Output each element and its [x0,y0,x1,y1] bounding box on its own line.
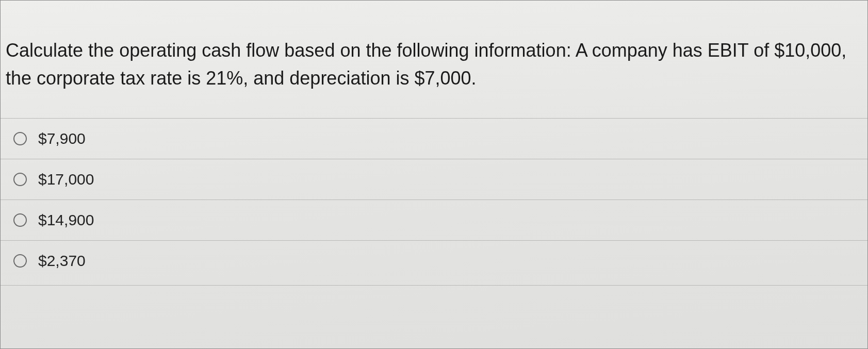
option-4[interactable]: $2,370 [1,240,867,286]
option-label: $2,370 [38,252,86,270]
quiz-container: Calculate the operating cash flow based … [0,0,868,349]
radio-icon [13,173,27,186]
option-label: $7,900 [38,130,86,147]
question-text: Calculate the operating cash flow based … [1,1,867,118]
options-list: $7,900 $17,000 $14,900 $2,370 [1,118,867,286]
option-3[interactable]: $14,900 [1,200,867,240]
option-2[interactable]: $17,000 [1,159,867,200]
radio-icon [13,132,27,145]
option-1[interactable]: $7,900 [1,118,867,159]
option-label: $14,900 [38,211,94,229]
radio-icon [13,213,27,227]
radio-icon [13,254,27,268]
option-label: $17,000 [38,171,94,188]
